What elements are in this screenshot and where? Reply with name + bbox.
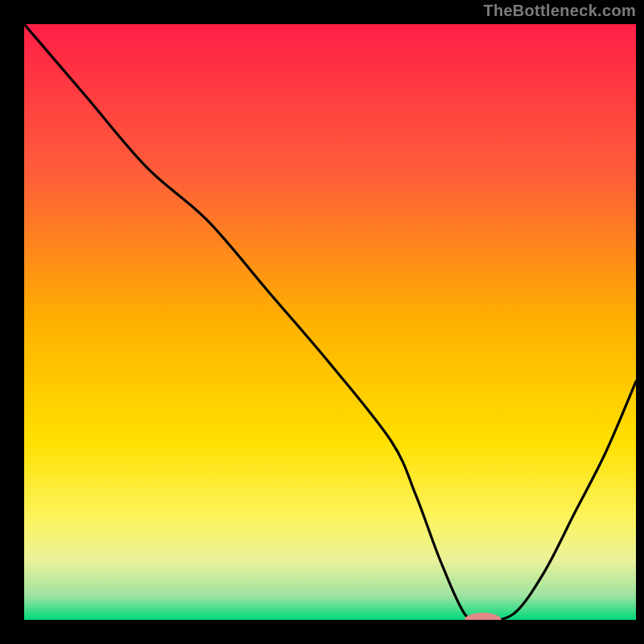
watermark-text: TheBottleneck.com xyxy=(483,2,636,20)
curve-minimum-marker xyxy=(464,613,502,627)
bottleneck-chart xyxy=(0,0,644,644)
chart-background xyxy=(24,24,636,620)
chart-container: TheBottleneck.com xyxy=(0,0,644,644)
